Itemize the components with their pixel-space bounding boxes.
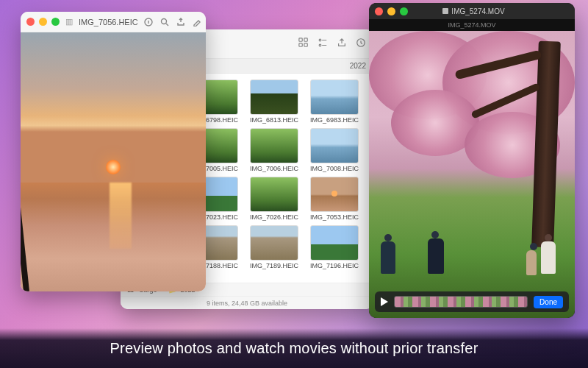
file-thumbnail: [310, 177, 359, 212]
file-thumbnail: [250, 177, 298, 212]
svg-rect-1: [304, 38, 307, 40]
action-icon[interactable]: [356, 38, 366, 51]
file-name: IMG_7026.HEIC: [250, 213, 298, 221]
file-thumbnail: [250, 79, 298, 115]
movie-title: IMG_5274.MOV: [442, 7, 504, 15]
file-name: IMG_7196.HEIC: [310, 262, 359, 269]
svg-point-4: [319, 39, 321, 41]
preview-window: ▥ IMG_7056.HEIC: [21, 12, 206, 291]
file-thumbnail: [310, 225, 359, 261]
file-name: IMG_7006.HEIC: [250, 165, 298, 172]
share-icon[interactable]: [176, 18, 185, 26]
quicktime-window: IMG_5274.MOV IMG_5274.MOV Done: [369, 3, 575, 318]
svg-rect-2: [299, 43, 302, 46]
file-thumbnail: [310, 128, 359, 163]
marketing-caption: Preview photos and watch movies without …: [0, 328, 588, 368]
close-icon[interactable]: [26, 18, 35, 26]
file-thumbnail: [250, 225, 298, 261]
movie-frame[interactable]: [369, 31, 575, 318]
window-traffic-lights: [375, 7, 408, 15]
preview-image[interactable]: [21, 32, 206, 291]
markup-icon[interactable]: [193, 18, 201, 26]
file-name: IMG_7189.HEIC: [250, 262, 298, 269]
window-traffic-lights: [26, 18, 60, 26]
movie-titlebar: IMG_5274.MOV: [369, 3, 575, 19]
file-item[interactable]: IMG_6813.HEIC: [245, 79, 303, 124]
file-thumbnail: [310, 79, 359, 115]
zoom-icon[interactable]: [160, 18, 169, 26]
file-item[interactable]: IMG_7196.HEIC: [306, 225, 363, 269]
group-icon[interactable]: [318, 38, 328, 51]
zoom-window-icon[interactable]: [51, 18, 60, 26]
breadcrumb-tag[interactable]: 2022: [350, 62, 366, 70]
file-item[interactable]: IMG_7008.HEIC: [306, 128, 363, 172]
close-icon[interactable]: [375, 7, 383, 15]
file-name: IMG_7008.HEIC: [310, 165, 359, 172]
file-item[interactable]: IMG_7006.HEIC: [245, 128, 303, 172]
info-icon[interactable]: [144, 18, 153, 26]
sidebar-toggle-icon[interactable]: ▥: [65, 17, 73, 26]
share-icon[interactable]: [337, 38, 347, 51]
movie-subtitle: IMG_5274.MOV: [369, 19, 575, 31]
zoom-window-icon[interactable]: [400, 7, 408, 15]
view-mode-icon[interactable]: [298, 38, 309, 51]
svg-rect-3: [304, 43, 307, 46]
file-name: IMG_6983.HEIC: [310, 116, 359, 124]
file-item[interactable]: IMG_6983.HEIC: [306, 79, 363, 124]
file-name: IMG_7053.HEIC: [310, 213, 359, 221]
file-item[interactable]: IMG_7026.HEIC: [245, 177, 303, 221]
file-name: IMG_6813.HEIC: [250, 116, 298, 124]
caption-text: Preview photos and watch movies without …: [110, 340, 478, 357]
preview-title: IMG_7056.HEIC: [79, 18, 138, 26]
movie-controls: Done: [375, 291, 569, 312]
preview-titlebar: ▥ IMG_7056.HEIC: [21, 12, 206, 32]
file-item[interactable]: IMG_7053.HEIC: [306, 177, 363, 221]
done-button[interactable]: Done: [534, 296, 563, 308]
svg-point-8: [161, 18, 166, 24]
svg-point-5: [319, 44, 321, 46]
file-thumbnail: [250, 128, 298, 163]
play-icon[interactable]: [381, 297, 388, 306]
file-item[interactable]: IMG_7189.HEIC: [245, 225, 303, 269]
minimize-icon[interactable]: [39, 18, 47, 26]
scrubber[interactable]: [394, 296, 528, 308]
minimize-icon[interactable]: [387, 7, 395, 15]
finder-statusbar: 9 items, 24,48 GB available: [121, 296, 373, 309]
svg-rect-0: [299, 38, 302, 40]
